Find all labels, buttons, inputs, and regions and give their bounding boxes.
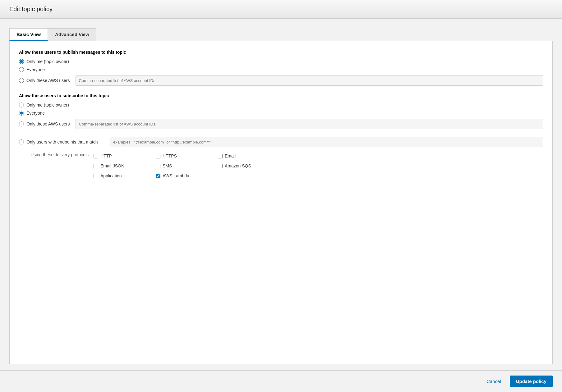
subscribe-section-title: Allow these users to subscribe to this t…: [19, 93, 543, 98]
publish-option-everyone: Everyone: [19, 67, 543, 72]
subscribe-option-endpoint: Only users with endpoints that match: [19, 137, 543, 147]
protocol-http-label: HTTP: [100, 153, 112, 158]
subscribe-radio-only-me[interactable]: [19, 103, 24, 107]
tab-bar: Basic View Advanced View: [9, 28, 553, 41]
subscribe-option-everyone: Everyone: [19, 111, 543, 116]
protocols-grid: HTTP HTTPS Email Email-JSON: [94, 152, 280, 180]
protocol-http-checkbox[interactable]: [94, 154, 98, 158]
publish-label-only-me: Only me (topic owner): [26, 59, 69, 64]
modal-header: Edit topic policy: [0, 0, 562, 19]
subscribe-endpoint-input[interactable]: [110, 137, 543, 147]
protocol-aws-lambda: AWS Lambda: [156, 171, 218, 180]
modal-footer: Cancel Update policy: [0, 370, 562, 392]
protocol-application-checkbox[interactable]: [94, 174, 98, 178]
protocol-email-json-checkbox[interactable]: [94, 164, 98, 168]
update-policy-button[interactable]: Update policy: [510, 376, 553, 387]
subscribe-aws-users-input[interactable]: [76, 119, 543, 129]
subscribe-radio-everyone[interactable]: [19, 111, 24, 116]
cancel-button[interactable]: Cancel: [483, 376, 505, 386]
protocol-https: HTTPS: [156, 152, 218, 160]
protocol-http: HTTP: [94, 152, 156, 160]
protocols-row: Using these delivery protocols HTTP HTTP…: [19, 152, 543, 180]
protocol-application-label: Application: [100, 173, 122, 178]
publish-radio-everyone[interactable]: [19, 67, 24, 72]
publish-section: Allow these users to publish messages to…: [19, 50, 543, 86]
subscribe-label-endpoint: Only users with endpoints that match: [26, 139, 107, 144]
publish-option-only-me: Only me (topic owner): [19, 59, 543, 64]
protocol-sms-checkbox[interactable]: [156, 164, 160, 168]
subscribe-option-only-me: Only me (topic owner): [19, 103, 543, 107]
protocol-amazon-sqs-label: Amazon SQS: [225, 163, 251, 168]
protocol-sms-label: SMS: [163, 163, 172, 168]
protocol-amazon-sqs: Amazon SQS: [218, 162, 280, 170]
publish-label-aws-users: Only these AWS users: [26, 78, 70, 83]
publish-radio-group: Only me (topic owner) Everyone Only thes…: [19, 59, 543, 86]
protocol-email-json-label: Email-JSON: [100, 163, 124, 168]
subscribe-radio-group: Only me (topic owner) Everyone Only thes…: [19, 103, 543, 129]
protocol-aws-lambda-label: AWS Lambda: [163, 173, 189, 178]
protocol-amazon-sqs-checkbox[interactable]: [218, 164, 223, 168]
publish-aws-users-input[interactable]: [76, 75, 543, 86]
protocol-application: Application: [94, 171, 156, 180]
publish-section-title: Allow these users to publish messages to…: [19, 50, 543, 55]
subscribe-label-only-me: Only me (topic owner): [26, 103, 69, 107]
subscribe-label-aws-users: Only these AWS users: [26, 121, 70, 126]
protocols-label: Using these delivery protocols: [19, 152, 94, 157]
protocol-https-checkbox[interactable]: [156, 154, 160, 158]
publish-radio-only-me[interactable]: [19, 59, 24, 64]
subscribe-section: Allow these users to subscribe to this t…: [19, 93, 543, 180]
publish-label-everyone: Everyone: [26, 67, 45, 72]
protocol-email-json: Email-JSON: [94, 162, 156, 170]
tab-basic-view[interactable]: Basic View: [9, 28, 48, 41]
tab-content-basic: Allow these users to publish messages to…: [9, 41, 553, 364]
protocol-https-label: HTTPS: [163, 153, 177, 158]
subscribe-radio-endpoint[interactable]: [19, 139, 24, 144]
modal-title: Edit topic policy: [9, 6, 553, 13]
publish-option-aws-users: Only these AWS users: [19, 75, 543, 86]
protocol-aws-lambda-checkbox[interactable]: [156, 174, 160, 178]
protocol-email-label: Email: [225, 153, 236, 158]
protocol-email-checkbox[interactable]: [218, 154, 223, 158]
tab-advanced-view[interactable]: Advanced View: [48, 28, 96, 41]
subscribe-label-everyone: Everyone: [26, 111, 45, 116]
subscribe-option-aws-users: Only these AWS users: [19, 119, 543, 129]
publish-radio-aws-users[interactable]: [19, 78, 24, 83]
protocol-email: Email: [218, 152, 280, 160]
protocol-sms: SMS: [156, 162, 218, 170]
modal-body: Basic View Advanced View Allow these use…: [0, 19, 562, 370]
subscribe-radio-aws-users[interactable]: [19, 121, 24, 126]
